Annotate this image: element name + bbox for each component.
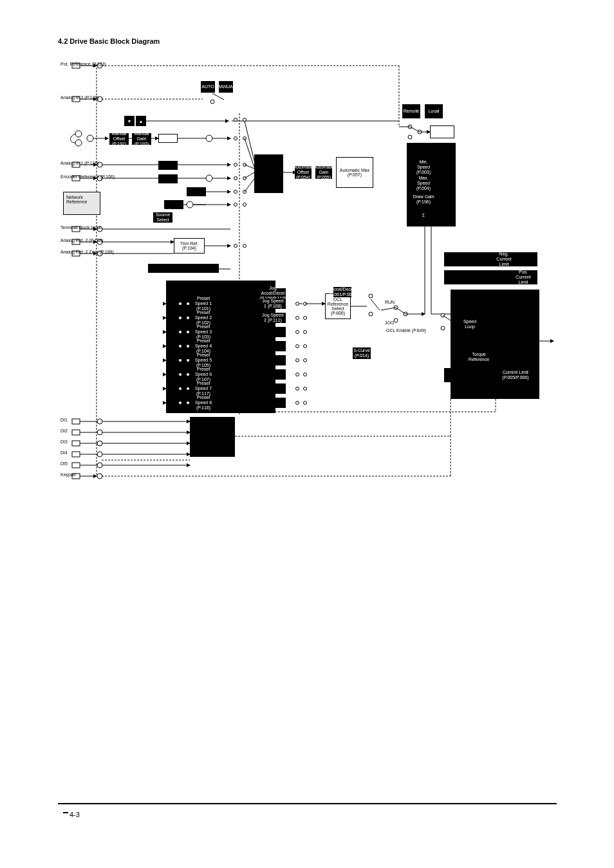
svg-point-128 [187,373,190,376]
preset-7-block: Preset Speed 7 (P.117) [191,383,216,394]
jog-7-block [260,383,286,394]
accdec-block: Accel/Decel (P.001/P.002) [333,287,351,297]
svg-point-118 [187,345,190,348]
wiring-canvas [0,0,614,489]
svg-point-80 [234,203,237,207]
svg-point-9 [75,140,82,146]
svg-point-133 [187,387,190,391]
svg-line-157 [410,127,420,132]
svg-point-31 [97,430,102,435]
svg-point-37 [97,452,102,457]
neg-lim-block-2 [515,254,532,265]
svg-point-58 [234,137,237,140]
svg-point-68 [206,175,212,181]
jog-6-block [260,369,286,380]
sramp-block: S-Curve (P.014) [353,347,371,359]
svg-rect-82 [254,154,283,193]
svg-point-119 [296,345,299,348]
ocl-enable-label: OCL Enable (P.849) [386,328,426,333]
term-label-r2: Analog In 2 (P.129) [60,95,98,100]
svg-point-134 [296,387,299,391]
jog-label: JOG [385,320,394,325]
csr-select-block: Control Source Select (P.000) [153,212,172,223]
preset-4-block: Preset Speed 4 (P.104) [191,341,216,351]
spd-ref-node [430,125,454,138]
term-label-di2: DI2 [60,429,68,433]
svg-line-86 [245,179,254,192]
svg-point-102 [187,302,190,306]
draw-block: Draw Gain (P.196) [412,193,435,206]
svg-point-138 [187,402,190,405]
svg-point-113 [187,331,190,334]
page-number-dash-icon [63,812,68,813]
min-speed-block: Min. Speed (P.003) [412,161,435,174]
svg-rect-38 [72,463,80,468]
preset-2b-block [225,313,251,323]
svg-point-28 [97,419,102,424]
preset-5-block: Preset Speed 5 (P.105) [191,355,216,365]
mop-dec-icon: ▼ [124,116,135,126]
jog-8-block [260,398,286,408]
jog-accel-block: Jog Accel/Decel (P.109/P.110) [260,288,286,299]
svg-point-143 [369,294,373,298]
svg-line-49 [212,93,224,100]
footer-divider [58,803,557,804]
mop-man-icon: MANUAL [219,81,233,93]
preset-6b-block [225,369,251,380]
svg-point-139 [296,402,299,405]
network-source-box: Network Reference [63,192,100,215]
max-speed-block: Max. Speed (P.004) [412,177,435,190]
auto-gain-block: Automatic Gain (P.055) [315,166,332,179]
svg-point-114 [296,331,299,334]
preset-3-block: Preset Speed 3 (P.103) [191,327,216,337]
svg-point-137 [179,402,182,405]
svg-point-74 [234,190,237,194]
page-number: 4-3 [70,811,80,818]
svg-point-53 [243,118,247,122]
svg-point-130 [304,373,307,376]
svg-point-8 [87,135,93,142]
svg-point-174 [441,326,445,330]
svg-point-125 [304,359,307,362]
manual-gain-block: Manual Gain (P.193) [132,133,151,145]
mop-inc-icon: ▲ [136,116,146,126]
svg-line-150 [381,308,396,310]
svg-rect-66 [158,174,178,183]
svg-point-48 [210,100,214,104]
preset-6-block: Preset Speed 6 (P.107) [191,369,216,380]
jog-5-block [260,355,286,365]
svg-point-56 [206,135,212,142]
svg-point-123 [187,359,190,362]
svg-rect-96 [148,264,219,273]
svg-point-108 [187,317,190,320]
svg-point-52 [234,118,237,122]
manual-offset-block: Manual Offset (P.192) [109,133,129,145]
svg-point-117 [179,345,182,348]
remote-label-block: Remote [402,104,420,118]
svg-line-145 [371,299,380,310]
term-label-t17: Analog Ref. 2 (P.188) [60,238,103,243]
svg-rect-73 [187,187,206,196]
svg-point-81 [243,203,247,207]
preset-7b-block [225,383,251,394]
svg-point-34 [97,441,102,446]
trim-ref-box: Trim Ref. (P.194) [174,238,205,254]
svg-point-140 [304,402,307,405]
svg-point-110 [304,317,307,320]
svg-point-127 [179,373,182,376]
svg-line-85 [245,172,254,178]
svg-rect-29 [72,430,80,435]
svg-point-107 [179,317,182,320]
preset-5b-block [225,355,251,365]
jog-3-block [260,327,286,337]
term-label-di3: DI3 [60,439,68,444]
run-label: RUN [385,300,395,304]
svg-point-135 [304,387,307,391]
svg-line-83 [245,138,254,167]
svg-line-87 [245,121,254,161]
spd-loop-block: Speed Loop [458,301,481,347]
preset-2-block: Preset Speed 2 (P.102) [191,313,216,323]
svg-point-112 [179,331,182,334]
svg-point-132 [179,387,182,391]
preset-1-block: Preset Speed 1 (P.101) [191,299,216,309]
